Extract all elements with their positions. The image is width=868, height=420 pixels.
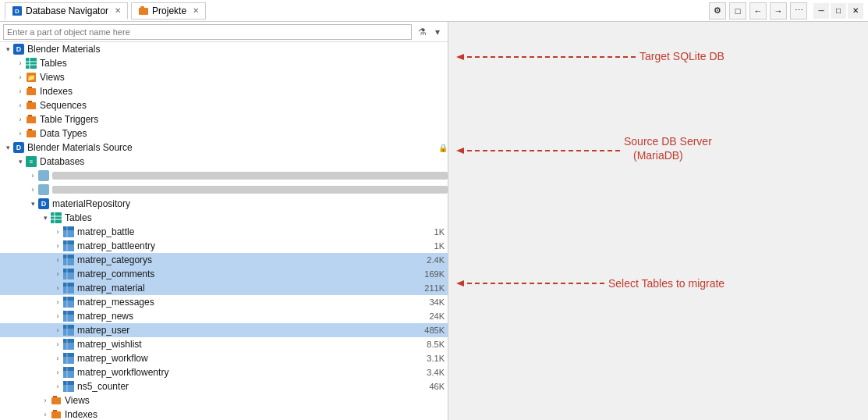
svg-text:Target SQLite DB: Target SQLite DB [639, 50, 725, 62]
tree-item-matrep-comments[interactable]: › matrep_comments 169K [0, 267, 448, 281]
toggle-db1[interactable]: › [28, 171, 37, 180]
label-db2 [52, 186, 448, 194]
tree-item-matrep-workflow[interactable]: › matrep_workflow 3.1K [0, 351, 448, 365]
toggle-db2[interactable]: › [28, 185, 37, 194]
toggle-matrep-battle[interactable]: › [53, 227, 62, 237]
toggle-matrep-workflowentry[interactable]: › [53, 368, 62, 377]
svg-marker-73 [456, 54, 464, 60]
toggle-indexes1[interactable]: › [16, 87, 25, 96]
tab-projekte[interactable]: Projekte ✕ [131, 2, 206, 20]
filter-icon[interactable]: ⚗ [415, 25, 429, 39]
toggle-matrep-battleentry[interactable]: › [53, 241, 62, 251]
tree-item-matrep-battle[interactable]: › matrep_battle 1K [0, 225, 448, 239]
tree-container[interactable]: ▾ D Blender Materials › T [0, 42, 448, 420]
toolbar-layout-btn[interactable]: □ [729, 2, 746, 20]
toggle-material-repo[interactable]: ▾ [28, 199, 37, 208]
size-matrep-material: 211K [424, 283, 445, 293]
tree-item-triggers1[interactable]: › Table Triggers [0, 112, 448, 126]
tab-database-navigator[interactable]: D Database Navigator ✕ [5, 2, 128, 20]
tree-item-blender-materials-source[interactable]: ▾ D Blender Materials Source 🔒 [0, 141, 448, 155]
toggle-matrep-messages[interactable]: › [53, 297, 62, 307]
toolbar-nav-fwd[interactable]: → [770, 2, 787, 20]
views2-icon [50, 395, 62, 406]
indexes1-icon [25, 86, 37, 97]
tab-close-projekte[interactable]: ✕ [193, 6, 199, 15]
title-bar: D Database Navigator ✕ Projekte ✕ ⚙ □ ← … [0, 0, 868, 22]
svg-text:D: D [15, 8, 19, 15]
toggle-views1[interactable]: › [16, 73, 25, 82]
tree-item-material-repo[interactable]: ▾ D materialRepository [0, 197, 448, 211]
win-minimize[interactable]: ─ [813, 3, 829, 19]
toggle-indexes2[interactable]: › [41, 410, 50, 419]
label-matrep-user: matrep_user [77, 325, 424, 336]
toggle-ns5-counter[interactable]: › [53, 382, 62, 391]
toolbar-more[interactable]: ⋯ [790, 2, 807, 20]
toggle-sequences1[interactable]: › [16, 101, 25, 110]
svg-rect-48 [63, 301, 74, 308]
tab-label-db-nav: Database Navigator [26, 5, 108, 16]
chevron-down-icon[interactable]: ▾ [430, 25, 445, 39]
toggle-blender-materials[interactable]: ▾ [3, 44, 12, 54]
tree-item-matrep-material[interactable]: › matrep_material 211K [0, 281, 448, 295]
tree-item-views2[interactable]: › Views [0, 393, 448, 408]
db-nav-icon: D [12, 5, 23, 16]
tree-item-indexes1[interactable]: › Indexes [0, 84, 448, 98]
svg-text:Source DB Server: Source DB Server [624, 135, 712, 148]
tree-item-tables1[interactable]: › Tables [0, 56, 448, 70]
search-input[interactable] [3, 24, 412, 40]
label-matrep-battle: matrep_battle [77, 226, 434, 237]
svg-rect-59 [63, 353, 74, 357]
toggle-datatypes1[interactable]: › [16, 129, 25, 138]
tab-label-projekte: Projekte [152, 5, 186, 16]
tree-item-matrep-categorys[interactable]: › matrep_categorys 2.4K [0, 253, 448, 267]
label-indexes2: Indexes [65, 409, 448, 420]
tree-item-indexes2[interactable]: › Indexes [0, 408, 448, 420]
label-matrep-battleentry: matrep_battleentry [77, 240, 434, 251]
tree-item-matrep-messages[interactable]: › matrep_messages 34K [0, 295, 448, 309]
win-close[interactable]: ✕ [848, 3, 863, 19]
tree-item-matrep-wishlist[interactable]: › matrep_wishlist 8.5K [0, 337, 448, 351]
toolbar-nav-back[interactable]: ← [749, 2, 767, 20]
title-bar-actions: ⚙ □ ← → ⋯ [709, 2, 807, 20]
tree-item-databases[interactable]: ▾ ≡ Databases [0, 155, 448, 169]
label-tables2: Tables [65, 212, 448, 223]
tree-item-sequences1[interactable]: › Sequences [0, 98, 448, 112]
toggle-matrep-workflow[interactable]: › [53, 354, 62, 363]
toggle-tables2[interactable]: ▾ [41, 213, 50, 222]
tree-item-db-blurred-1[interactable]: › [0, 169, 448, 183]
toggle-matrep-user[interactable]: › [53, 326, 62, 335]
toggle-matrep-comments[interactable]: › [53, 269, 62, 279]
tree-item-blender-materials[interactable]: ▾ D Blender Materials [0, 42, 448, 56]
views1-icon: 📁 [25, 72, 37, 83]
size-matrep-workflowentry: 3.4K [427, 368, 445, 377]
toggle-tables1[interactable]: › [16, 59, 25, 68]
table-icon-wishlist [62, 339, 75, 350]
svg-rect-56 [63, 339, 74, 343]
toolbar-settings-btn[interactable]: ⚙ [709, 2, 726, 20]
tree-item-datatypes1[interactable]: › Data Types [0, 126, 448, 141]
size-matrep-wishlist: 8.5K [427, 340, 445, 349]
toggle-triggers1[interactable]: › [16, 115, 25, 124]
tab-close-db-nav[interactable]: ✕ [115, 6, 121, 15]
tree-item-ns5-counter[interactable]: › ns5_counter 46K [0, 379, 448, 393]
toggle-matrep-categorys[interactable]: › [53, 255, 62, 265]
svg-rect-32 [63, 226, 74, 230]
tree-item-matrep-news[interactable]: › matrep_news 24K [0, 309, 448, 323]
svg-rect-53 [63, 325, 74, 329]
size-matrep-workflow: 3.1K [427, 354, 445, 363]
toggle-blender-materials-source[interactable]: ▾ [3, 143, 12, 152]
tree-item-db-blurred-2[interactable]: › [0, 183, 448, 197]
toggle-databases[interactable]: ▾ [16, 157, 25, 166]
toggle-views2[interactable]: › [41, 396, 50, 405]
svg-marker-13 [28, 87, 32, 88]
toggle-matrep-material[interactable]: › [53, 283, 62, 293]
toggle-matrep-news[interactable]: › [53, 311, 62, 321]
tree-item-matrep-user[interactable]: › matrep_user 485K [0, 323, 448, 337]
tree-item-matrep-battleentry[interactable]: › matrep_battleentry 1K [0, 239, 448, 253]
win-maximize[interactable]: □ [831, 3, 846, 19]
toggle-matrep-wishlist[interactable]: › [53, 340, 62, 349]
tree-item-views1[interactable]: › 📁 Views [0, 70, 448, 84]
svg-rect-47 [63, 297, 74, 301]
tree-item-tables2[interactable]: ▾ Tables [0, 211, 448, 225]
tree-item-matrep-workflowentry[interactable]: › matrep_workflowentry 3.4K [0, 365, 448, 379]
